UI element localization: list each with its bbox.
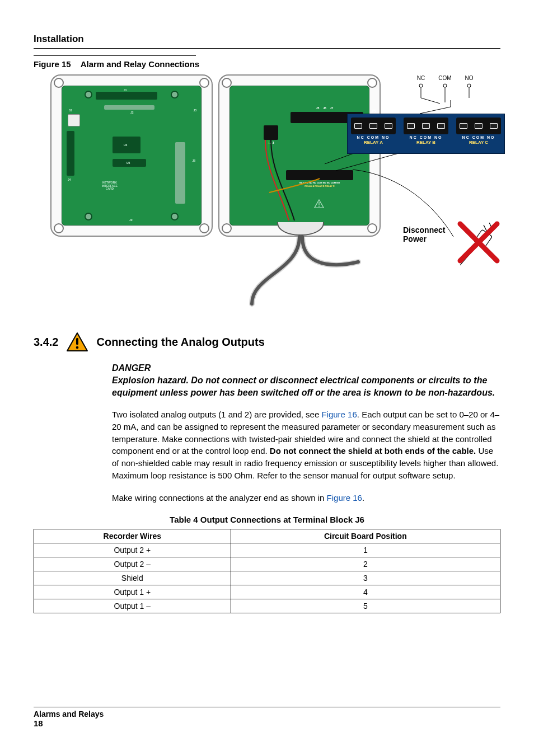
label-no: NO [465, 75, 474, 81]
table-caption: Table 4 Output Connections at Terminal B… [34, 515, 500, 524]
table-output-connections: Recorder Wires Circuit Board Position Ou… [34, 529, 500, 613]
schematic-leader [420, 97, 481, 119]
svg-point-0 [419, 84, 423, 87]
page-footer: Alarms and Relays 18 [34, 707, 500, 728]
svg-point-1 [443, 84, 447, 87]
table-cell: Output 2 – [34, 557, 231, 571]
paragraph-2: Make wiring connections at the analyzer … [112, 492, 500, 504]
footer-page-number: 18 [34, 719, 500, 728]
table-cell: Output 2 + [34, 543, 231, 557]
figure-number: Figure 15 [34, 59, 78, 69]
svg-point-10 [318, 206, 320, 207]
table-header-cell: Recorder Wires [34, 529, 231, 543]
table-row: Shield3 [34, 571, 500, 585]
paragraph-1: Two isolated analog outputs (1 and 2) ar… [112, 408, 500, 482]
table-cell: 5 [231, 599, 500, 613]
table-cell: 4 [231, 585, 500, 599]
danger-label: DANGER [112, 363, 500, 373]
header-rule [34, 48, 500, 49]
label-com: COM [438, 75, 451, 81]
figure-caption: Figure 15 Alarm and Relay Connections [34, 59, 500, 69]
table-cell: 2 [231, 557, 500, 571]
controller-board-left: J1 J2 S1 J3 J4 U3 U5 J8 [50, 74, 213, 237]
table-row: Output 1 +4 [34, 585, 500, 599]
footer-title: Alarms and Relays [34, 710, 500, 719]
svg-rect-19 [76, 338, 78, 345]
relay-zoom-panel: J5 J6 J7 NC COM NORELAY A NC COM NORELAY… [347, 114, 505, 154]
table-header-row: Recorder Wires Circuit Board Position [34, 529, 500, 543]
figure-15: NC COM NO J1 [34, 74, 500, 315]
table-cell: Output 1 + [34, 585, 231, 599]
figure-title: Alarm and Relay Connections [81, 59, 200, 69]
table-row: Output 2 +1 [34, 543, 500, 557]
svg-point-20 [76, 346, 79, 349]
link-figure-16[interactable]: Figure 16 [321, 410, 357, 419]
svg-point-2 [467, 84, 471, 87]
table-cell: 3 [231, 571, 500, 585]
table-row: Output 2 –2 [34, 557, 500, 571]
subsection-heading: 3.4.2 Connecting the Analog Outputs [34, 332, 500, 352]
table-cell: Output 1 – [34, 599, 231, 613]
danger-text: Explosion hazard. Do not connect or disc… [112, 374, 500, 398]
table-cell: Shield [34, 571, 231, 585]
disconnect-leader [336, 158, 465, 248]
figure-rule [34, 55, 196, 56]
link-figure-16-b[interactable]: Figure 16 [327, 493, 362, 503]
warning-icon [66, 332, 88, 352]
page-section-title: Installation [34, 34, 500, 45]
label-nc: NC [417, 75, 425, 81]
table-header-cell: Circuit Board Position [231, 529, 500, 543]
table-row: Output 1 –5 [34, 599, 500, 613]
subsection-title: Connecting the Analog Outputs [96, 336, 264, 349]
table-cell: 1 [231, 543, 500, 557]
subsection-number: 3.4.2 [34, 336, 58, 349]
